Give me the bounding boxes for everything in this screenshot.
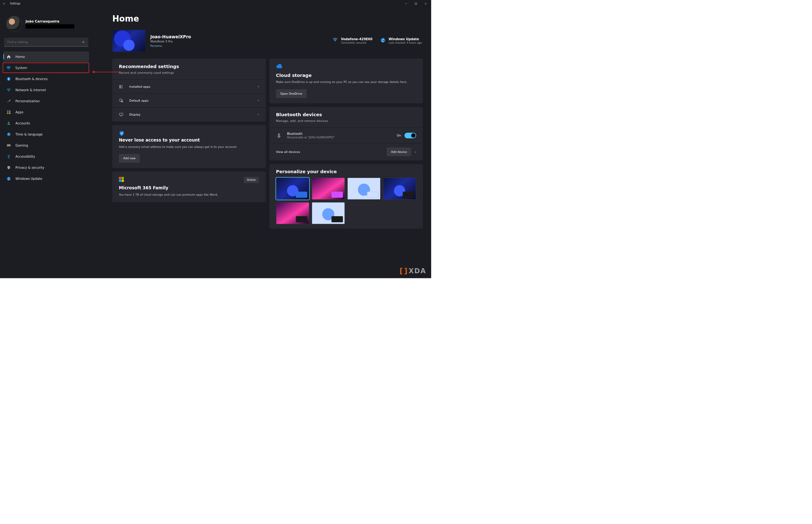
cloud-icon [276,64,416,69]
theme-option-3[interactable] [347,178,381,200]
theme-option-4[interactable] [383,178,416,200]
nav-gaming[interactable]: Gaming [3,140,89,151]
row-label: Installed apps [129,85,150,88]
status-windows-update[interactable]: Windows Update Last checked: 4 hours ago [380,37,422,44]
nav-time-language[interactable]: Time & language [3,129,89,140]
status-wifi[interactable]: Vodafone-429E60 Connected, secured [332,37,372,44]
svg-point-5 [9,91,9,92]
nav-personalization[interactable]: Personalization [3,96,89,107]
minimize-button[interactable] [401,0,411,7]
gamepad-icon [6,143,11,148]
svg-rect-17 [120,86,120,87]
nav-label: Windows Update [16,177,43,181]
nav-label: Accessibility [16,155,35,159]
wifi-icon [6,88,11,93]
svg-rect-6 [7,111,8,112]
svg-rect-0 [415,3,417,4]
svg-point-14 [335,41,335,42]
theme-option-1[interactable] [276,178,309,200]
profile-email-redacted [26,24,74,29]
accessibility-icon [6,154,11,159]
profile-block[interactable]: João Carrasqueira [3,16,89,38]
view-all-devices-link[interactable]: View all devices [276,150,300,153]
bluetooth-label: Bluetooth [287,132,335,136]
recommended-display[interactable]: Display › [112,107,265,121]
page-title: Home [112,14,423,24]
search-box[interactable] [4,38,89,47]
account-recovery-card: Never lose access to your account Add a … [112,125,266,168]
default-apps-icon [119,98,123,102]
add-recovery-button[interactable]: Add now [119,154,140,163]
nav-label: Apps [16,110,23,114]
search-input[interactable] [4,38,89,47]
chevron-right-icon: › [258,112,259,116]
svg-rect-2 [7,66,11,68]
nav-label: Gaming [16,144,28,147]
nav-accessibility[interactable]: Accessibility [3,151,89,162]
m365-status-badge: Active [244,177,259,183]
xda-watermark: [] XDA [399,266,426,275]
window-title: Settings [10,2,20,5]
rename-link[interactable]: Rename [150,44,191,48]
clock-globe-icon [6,132,11,137]
m365-body: You have 1 TB of cloud storage and can u… [119,193,259,197]
svg-rect-9 [9,112,11,114]
nav-bluetooth[interactable]: Bluetooth & devices [3,74,89,84]
bluetooth-toggle-row[interactable]: Bluetooth Discoverable as "JOAO-HUAWEIXP… [269,128,422,143]
svg-rect-21 [120,113,123,115]
nav-windows-update[interactable]: Windows Update [3,174,89,184]
nav-home[interactable]: Home [3,51,89,62]
microsoft-logo-icon [119,177,124,182]
pc-thumbnail[interactable] [112,30,146,52]
apps-list-icon [119,84,123,89]
theme-option-6[interactable] [312,202,345,224]
display-icon [119,113,123,116]
svg-point-12 [8,155,9,156]
nav-accounts[interactable]: Accounts [3,118,89,129]
pc-model: MateBook X Pro [150,40,191,43]
shield-icon [6,165,11,170]
sidebar: João Carrasqueira Home System [0,7,93,278]
sync-icon [380,38,385,43]
nav-system[interactable]: System [2,63,89,73]
theme-option-2[interactable] [312,178,345,200]
shield-check-icon [119,130,259,137]
recommended-installed-apps[interactable]: Installed apps › [112,80,265,94]
nav-privacy[interactable]: Privacy & security [3,162,89,173]
recommended-title: Recommended settings [119,64,259,69]
system-icon [6,66,11,70]
row-label: Display [129,113,140,116]
close-button[interactable] [421,0,431,7]
theme-option-5[interactable] [276,202,309,224]
row-label: Default apps [129,99,148,102]
nav-network[interactable]: Network & internet [3,85,89,95]
sync-icon [6,176,11,181]
bluetooth-desc: Discoverable as "JOAO-HUAWEIXPRO" [287,136,335,139]
nav-apps[interactable]: Apps [3,107,89,117]
nav-label: Privacy & security [16,166,44,170]
nav-label: System [15,66,27,70]
chevron-right-icon: › [258,84,259,89]
recommended-default-apps[interactable]: Default apps › [112,94,265,107]
svg-rect-19 [120,99,122,101]
m365-title: Microsoft 365 Family [119,185,259,190]
bluetooth-icon [276,133,282,138]
svg-point-1 [83,41,84,43]
update-name: Windows Update [389,37,422,41]
nav-label: Network & internet [16,88,46,92]
account-body: Add a recovery email address to make sur… [119,145,259,149]
wifi-name: Vodafone-429E60 [341,37,372,41]
svg-rect-18 [120,87,120,88]
avatar [6,16,22,32]
search-icon [82,41,85,44]
open-onedrive-button[interactable]: Open OneDrive [276,89,307,98]
back-button[interactable] [1,0,8,7]
home-icon [6,54,11,59]
update-sub: Last checked: 4 hours ago [389,42,422,45]
add-device-button[interactable]: Add device [386,148,411,157]
bluetooth-footer-row: View all devices Add device › [269,143,422,160]
main-content: Home Joao-HuaweiXPro MateBook X Pro Rena… [93,7,431,278]
personalize-card: Personalize your device [269,164,423,228]
bluetooth-toggle[interactable] [404,133,416,138]
maximize-button[interactable] [411,0,421,7]
